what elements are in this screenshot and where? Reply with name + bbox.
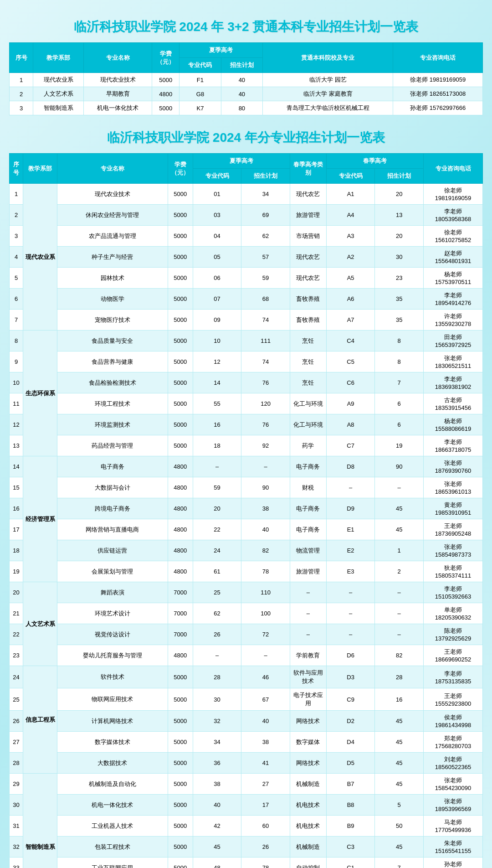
cell-splan: 26 xyxy=(241,837,290,858)
cell-type: 现代农艺 xyxy=(290,247,326,268)
cell-dept: 智能制造系 xyxy=(33,101,84,115)
cell-contact: 李老师 18954914276 xyxy=(424,289,483,310)
cell-fee: 4800 xyxy=(168,645,193,666)
cell-id: 19 xyxy=(10,561,23,582)
cell-wcode: E1 xyxy=(326,519,375,540)
t2-h7a: 专业代码 xyxy=(326,169,375,184)
cell-type: 旅游管理 xyxy=(290,561,326,582)
cell-wplan: 2 xyxy=(375,561,424,582)
cell-id: 16 xyxy=(10,498,23,519)
cell-major: 数字媒体技术 xyxy=(57,732,168,753)
cell-wcode: C3 xyxy=(326,837,375,858)
cell-type: 市场营销 xyxy=(290,226,326,247)
cell-id: 4 xyxy=(10,247,23,268)
cell-splan: 111 xyxy=(241,331,290,351)
cell-code: F1 xyxy=(179,73,221,87)
cell-contact: 狄老师 15805374111 xyxy=(424,561,483,582)
cell-plan: 40 xyxy=(221,73,262,87)
table-row: 3 农产品流通与管理 5000 04 62 市场营销 A3 20 徐老师 156… xyxy=(10,226,483,247)
cell-scode: 40 xyxy=(193,795,241,816)
cell-major: 会展策划与管理 xyxy=(57,561,168,582)
t2-h5b: 招生计划 xyxy=(241,169,290,184)
cell-splan: 78 xyxy=(241,858,290,868)
cell-wcode: A2 xyxy=(326,247,375,268)
cell-fee: 4800 xyxy=(152,87,179,101)
cell-type: 自动控制 xyxy=(290,858,326,868)
cell-scode: 12 xyxy=(193,351,241,372)
cell-fee: 5000 xyxy=(168,414,193,435)
cell-wcode: D8 xyxy=(326,456,375,477)
cell-scode: 03 xyxy=(193,205,241,226)
cell-id: 20 xyxy=(10,582,23,603)
cell-type: 畜牧养殖 xyxy=(290,310,326,331)
cell-major: 环境工程技术 xyxy=(57,393,168,414)
cell-contact: 刘老师 18560522365 xyxy=(424,753,483,774)
cell-type: 机电技术 xyxy=(290,816,326,837)
cell-wplan: 45 xyxy=(375,732,424,753)
cell-type: 机械制造 xyxy=(290,774,326,795)
cell-scode: 04 xyxy=(193,226,241,247)
cell-id: 21 xyxy=(10,603,23,624)
t2-h7: 春季高考 xyxy=(326,154,423,169)
cell-type: 现代农艺 xyxy=(290,184,326,205)
cell-wcode: C1 xyxy=(326,858,375,868)
cell-fee: 5000 xyxy=(168,795,193,816)
cell-id: 24 xyxy=(10,666,23,688)
cell-fee: 5000 xyxy=(168,688,193,711)
cell-major: 休闲农业经营与管理 xyxy=(57,205,168,226)
cell-wplan: 7 xyxy=(375,858,424,868)
table-row: 13 药品经营与管理 5000 18 92 药学 C7 19 李老师 18663… xyxy=(10,435,483,456)
cell-scode: 10 xyxy=(193,331,241,351)
table-row: 10 食品检验检测技术 5000 14 76 烹饪 C6 7 李老师 18369… xyxy=(10,372,483,393)
cell-major: 物联网应用技术 xyxy=(57,688,168,711)
cell-major: 机械制造及自动化 xyxy=(57,774,168,795)
cell-fee: 7000 xyxy=(168,582,193,603)
cell-wplan: 8 xyxy=(375,331,424,351)
cell-id: 8 xyxy=(10,331,23,351)
cell-contact: 张老师 15854987373 xyxy=(424,540,483,561)
cell-major: 环境监测技术 xyxy=(57,414,168,435)
cell-wcode: D2 xyxy=(326,711,375,732)
cell-code: G8 xyxy=(179,87,221,101)
cell-fee: 5000 xyxy=(168,816,193,837)
cell-dept: 经济管理系 xyxy=(23,456,57,582)
cell-type: 机械制造 xyxy=(290,837,326,858)
cell-wcode: A6 xyxy=(326,289,375,310)
cell-major: 供应链运营 xyxy=(57,540,168,561)
cell-splan: 41 xyxy=(241,753,290,774)
t1-h5b: 招生计划 xyxy=(221,58,262,73)
cell-type: 电子商务 xyxy=(290,498,326,519)
table-row: 26 计算机网络技术 5000 32 40 网络技术 D2 45 侯老师 198… xyxy=(10,711,483,732)
t2-h5a: 专业代码 xyxy=(193,169,241,184)
cell-scode: 01 xyxy=(193,184,241,205)
cell-major: 视觉传达设计 xyxy=(57,624,168,645)
cell-wplan: 16 xyxy=(375,688,424,711)
cell-contact: 许老师 13559230278 xyxy=(424,310,483,331)
cell-contact: 王老师 18736905248 xyxy=(424,519,483,540)
cell-major: 跨境电子商务 xyxy=(57,498,168,519)
cell-wplan: 20 xyxy=(375,226,424,247)
cell-id: 2 xyxy=(10,205,23,226)
cell-wcode: C4 xyxy=(326,331,375,351)
cell-wplan: 1 xyxy=(375,540,424,561)
cell-major: 软件技术 xyxy=(57,666,168,688)
cell-splan: 90 xyxy=(241,477,290,498)
cell-wcode: C9 xyxy=(326,688,375,711)
cell-major: 农产品流通与管理 xyxy=(57,226,168,247)
cell-wplan: 30 xyxy=(375,247,424,268)
cell-contact: 杨老师 15753970511 xyxy=(424,268,483,289)
cell-major: 计算机网络技术 xyxy=(57,711,168,732)
cell-id: 17 xyxy=(10,519,23,540)
cell-dept: 现代农业系 xyxy=(23,184,57,331)
cell-wplan: 45 xyxy=(375,519,424,540)
cell-type: 学前教育 xyxy=(290,645,326,666)
cell-school: 临沂大学 家庭教育 xyxy=(263,87,393,101)
t1-h5a: 专业代码 xyxy=(179,58,221,73)
cell-id: 29 xyxy=(10,774,23,795)
cell-type: 化工与环境 xyxy=(290,414,326,435)
cell-wcode: B9 xyxy=(326,816,375,837)
cell-id: 10 xyxy=(10,372,23,393)
cell-splan: 74 xyxy=(241,351,290,372)
title1: 临沂科技职业学院 2024 年 3+2 贯通本科专业招生计划一览表 xyxy=(9,18,483,36)
cell-id: 11 xyxy=(10,393,23,414)
